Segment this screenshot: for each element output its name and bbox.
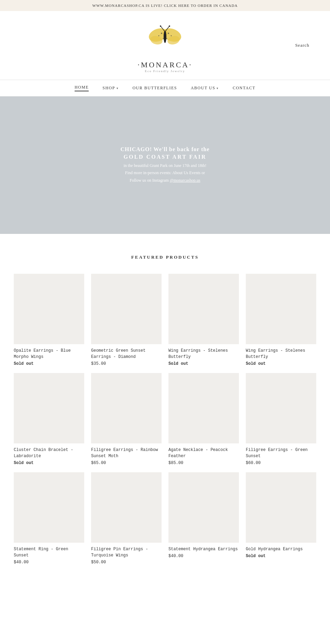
svg-point-13 bbox=[171, 35, 172, 36]
product-card[interactable]: Opalite Earrings - Blue Morpho WingsSold… bbox=[14, 274, 84, 366]
hero-details: in the beautiful Grant Park on June 17th… bbox=[121, 162, 210, 184]
main-nav: HOME SHOP ▾ OUR BUTTERFLIES ABOUT US ▾ C… bbox=[0, 80, 330, 97]
product-price: $40.00 bbox=[168, 554, 239, 558]
product-price: Sold out bbox=[14, 461, 84, 465]
hero-instagram-link[interactable]: @monarcashop.us bbox=[170, 178, 200, 183]
product-card[interactable]: Statement Ring - Green Sunset$40.00 bbox=[14, 472, 84, 565]
product-name: Agate Necklace - Peacock Feather bbox=[168, 447, 239, 459]
product-name: Statement Ring - Green Sunset bbox=[14, 546, 84, 558]
product-image bbox=[91, 373, 162, 443]
product-price: $40.00 bbox=[14, 560, 84, 565]
product-name: Statement Hydrangea Earrings bbox=[168, 546, 239, 552]
product-image bbox=[14, 373, 84, 443]
nav-item-home[interactable]: HOME bbox=[75, 85, 89, 91]
product-card[interactable]: Wing Earrings - Stelenes ButterflySold o… bbox=[246, 274, 316, 366]
product-image bbox=[14, 274, 84, 344]
svg-point-10 bbox=[158, 35, 160, 36]
chevron-down-icon: ▾ bbox=[217, 87, 219, 90]
product-image bbox=[246, 472, 316, 543]
svg-point-6 bbox=[160, 25, 161, 27]
product-name: Cluster Chain Bracelet - Labradorite bbox=[14, 447, 84, 459]
product-name: Opalite Earrings - Blue Morpho Wings bbox=[14, 348, 84, 360]
product-price: $50.00 bbox=[91, 560, 162, 565]
product-name: Geometric Green Sunset Earrings - Diamon… bbox=[91, 348, 162, 360]
product-image bbox=[14, 472, 84, 543]
product-price: $85.00 bbox=[168, 461, 239, 465]
featured-products-section: FEATURED PRODUCTS Opalite Earrings - Blu… bbox=[0, 234, 330, 578]
product-price: $35.00 bbox=[91, 361, 162, 366]
product-image bbox=[91, 274, 162, 344]
product-card[interactable]: Filigree Earrings - Green Sunset$60.00 bbox=[246, 373, 316, 465]
product-card[interactable]: Filigree Pin Earrings - Turquoise Wings$… bbox=[91, 472, 162, 565]
site-header: ·MONARCA· Eco Friendly Jewelry Search bbox=[0, 11, 330, 80]
product-price: $60.00 bbox=[246, 461, 316, 465]
nav-item-contact[interactable]: CONTACT bbox=[233, 85, 255, 91]
product-card[interactable]: Filigree Earrings - Rainbow Sunset Moth$… bbox=[91, 373, 162, 465]
svg-point-12 bbox=[168, 33, 169, 34]
search-button[interactable]: Search bbox=[295, 43, 309, 48]
product-card[interactable]: Wing Earrings - Stelenes ButterflySold o… bbox=[168, 274, 239, 366]
product-card[interactable]: Geometric Green Sunset Earrings - Diamon… bbox=[91, 274, 162, 366]
product-price: Sold out bbox=[14, 361, 84, 366]
hero-section: CHICAGO! We'll be back for the GOLD COAS… bbox=[0, 97, 330, 234]
nav-item-our-butterflies[interactable]: OUR BUTTERFLIES bbox=[132, 85, 177, 91]
product-image bbox=[246, 373, 316, 443]
product-name: Filigree Earrings - Green Sunset bbox=[246, 447, 316, 459]
product-image bbox=[168, 373, 239, 443]
nav-item-about-us[interactable]: ABOUT US ▾ bbox=[191, 85, 219, 91]
product-image bbox=[246, 274, 316, 344]
logo[interactable]: ·MONARCA· Eco Friendly Jewelry bbox=[138, 18, 192, 73]
svg-point-14 bbox=[166, 38, 167, 39]
banner-text: WWW.MONARCASHOP.CA IS LIVE! CLICK HERE T… bbox=[92, 3, 238, 8]
hero-content: CHICAGO! We'll be back for the GOLD COAS… bbox=[114, 139, 217, 191]
chevron-down-icon: ▾ bbox=[117, 87, 119, 90]
logo-name: ·MONARCA· bbox=[138, 60, 192, 69]
product-price: Sold out bbox=[168, 361, 239, 366]
svg-point-4 bbox=[164, 31, 166, 43]
svg-point-9 bbox=[161, 33, 162, 34]
product-card[interactable]: Statement Hydrangea Earrings$40.00 bbox=[168, 472, 239, 565]
logo-butterfly bbox=[144, 18, 186, 59]
product-price: Sold out bbox=[246, 554, 316, 558]
nav-item-shop[interactable]: SHOP ▾ bbox=[102, 85, 119, 91]
product-name: Filigree Pin Earrings - Turquoise Wings bbox=[91, 546, 162, 558]
product-name: Gold Hydrangea Earrings bbox=[246, 546, 316, 552]
product-card[interactable]: Cluster Chain Bracelet - LabradoriteSold… bbox=[14, 373, 84, 465]
svg-point-8 bbox=[169, 25, 170, 27]
hero-fair-title: GOLD COAST ART FAIR bbox=[121, 154, 210, 160]
logo-subtitle: Eco Friendly Jewelry bbox=[138, 69, 192, 73]
product-name: Wing Earrings - Stelenes Butterfly bbox=[246, 348, 316, 360]
featured-title: FEATURED PRODUCTS bbox=[14, 255, 316, 260]
products-grid: Opalite Earrings - Blue Morpho WingsSold… bbox=[14, 274, 316, 565]
product-image bbox=[91, 472, 162, 543]
product-name: Wing Earrings - Stelenes Butterfly bbox=[168, 348, 239, 360]
product-image bbox=[168, 274, 239, 344]
product-price: Sold out bbox=[246, 361, 316, 366]
footer-spacer bbox=[0, 578, 330, 599]
product-name: Filigree Earrings - Rainbow Sunset Moth bbox=[91, 447, 162, 459]
product-card[interactable]: Gold Hydrangea EarringsSold out bbox=[246, 472, 316, 565]
product-price: $65.00 bbox=[91, 461, 162, 465]
top-banner[interactable]: WWW.MONARCASHOP.CA IS LIVE! CLICK HERE T… bbox=[0, 0, 330, 11]
hero-chicago: CHICAGO! We'll be back for the bbox=[121, 146, 210, 152]
product-card[interactable]: Agate Necklace - Peacock Feather$85.00 bbox=[168, 373, 239, 465]
svg-point-11 bbox=[163, 38, 164, 39]
product-image bbox=[168, 472, 239, 543]
